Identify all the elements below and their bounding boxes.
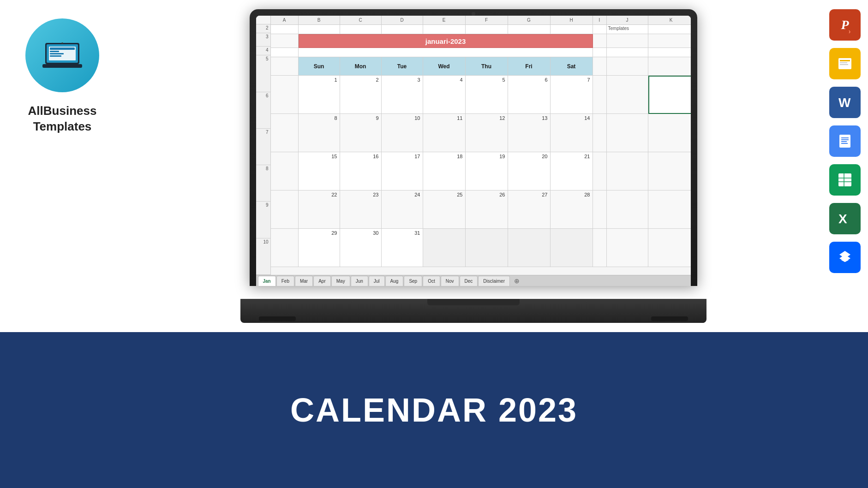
cell-i3[interactable] — [593, 34, 607, 48]
powerpoint-icon[interactable]: P › — [829, 9, 861, 41]
sheet-tab-jun[interactable]: Jun — [351, 276, 368, 286]
cell-k10[interactable] — [648, 229, 691, 267]
cell-k4[interactable] — [648, 48, 691, 57]
cell-e2[interactable] — [423, 25, 466, 34]
cell-j8[interactable] — [607, 152, 648, 190]
sheet-tab-dec[interactable]: Dec — [460, 276, 478, 286]
cell-a9[interactable] — [271, 190, 299, 229]
cell-w3-sat[interactable]: 21 — [551, 152, 593, 190]
cell-a4[interactable] — [271, 48, 299, 57]
cell-w4-mon[interactable]: 23 — [340, 190, 382, 229]
sheet-tab-sep[interactable]: Sep — [404, 276, 422, 286]
cell-w2-mon[interactable]: 9 — [340, 114, 382, 152]
add-sheet-button[interactable]: ⊕ — [512, 276, 521, 286]
cell-w5-sun[interactable]: 29 — [299, 229, 340, 267]
cell-sun-header[interactable]: Sun — [299, 57, 340, 76]
cell-w2-sun[interactable]: 8 — [299, 114, 340, 152]
cell-w3-wed[interactable]: 18 — [423, 152, 466, 190]
sheet-tab-may[interactable]: May — [331, 276, 350, 286]
cell-w2-thu[interactable]: 12 — [466, 114, 508, 152]
cell-j7[interactable] — [607, 114, 648, 152]
cell-bh4[interactable] — [299, 48, 593, 57]
cell-a6[interactable] — [271, 76, 299, 114]
cell-w1-tue[interactable]: 3 — [382, 76, 423, 114]
cell-k3[interactable] — [648, 34, 691, 48]
cell-fri-header[interactable]: Fri — [508, 57, 551, 76]
cell-k2[interactable] — [648, 25, 691, 34]
cell-j2[interactable]: Templates — [607, 25, 648, 34]
cell-i5[interactable] — [593, 57, 607, 76]
cell-j4[interactable] — [607, 48, 648, 57]
cell-k7[interactable] — [648, 114, 691, 152]
cell-w2-wed[interactable]: 11 — [423, 114, 466, 152]
dropbox-icon[interactable] — [829, 242, 861, 273]
cell-j3[interactable] — [607, 34, 648, 48]
cell-thu-header[interactable]: Thu — [466, 57, 508, 76]
sheet-tab-apr[interactable]: Apr — [313, 276, 331, 286]
cell-w1-mon[interactable]: 2 — [340, 76, 382, 114]
cell-j5[interactable] — [607, 57, 648, 76]
sheet-tab-disclaimer[interactable]: Disclaimer — [478, 276, 510, 286]
cell-k5[interactable] — [648, 57, 691, 76]
cell-b2[interactable] — [299, 25, 340, 34]
cell-a2[interactable] — [271, 25, 299, 34]
cell-w1-sun[interactable]: 1 — [299, 76, 340, 114]
cell-w3-sun[interactable]: 15 — [299, 152, 340, 190]
cell-w5-tue[interactable]: 31 — [382, 229, 423, 267]
cell-w5-wed-empty[interactable] — [423, 229, 466, 267]
cell-w5-mon[interactable]: 30 — [340, 229, 382, 267]
cell-g2[interactable] — [508, 25, 551, 34]
cell-w3-tue[interactable]: 17 — [382, 152, 423, 190]
cell-k6[interactable] — [648, 76, 691, 114]
cell-i4[interactable] — [593, 48, 607, 57]
excel-icon[interactable]: X — [829, 203, 861, 234]
cell-k8[interactable] — [648, 152, 691, 190]
cell-w5-fri-empty[interactable] — [508, 229, 551, 267]
cell-w1-wed[interactable]: 4 — [423, 76, 466, 114]
sheet-tab-mar[interactable]: Mar — [295, 276, 313, 286]
cell-i2[interactable] — [593, 25, 607, 34]
slides-icon[interactable] — [829, 48, 861, 79]
cell-h2[interactable] — [551, 25, 593, 34]
docs-icon[interactable] — [829, 125, 861, 157]
cell-w3-mon[interactable]: 16 — [340, 152, 382, 190]
cell-j10[interactable] — [607, 229, 648, 267]
cell-d2[interactable] — [382, 25, 423, 34]
sheet-tab-aug[interactable]: Aug — [385, 276, 404, 286]
cell-a10[interactable] — [271, 229, 299, 267]
cell-a7[interactable] — [271, 114, 299, 152]
cell-i9[interactable] — [593, 190, 607, 229]
cell-j6[interactable] — [607, 76, 648, 114]
cell-w5-thu-empty[interactable] — [466, 229, 508, 267]
word-icon[interactable]: W — [829, 87, 861, 118]
sheet-tab-feb[interactable]: Feb — [276, 276, 294, 286]
cell-sat-header[interactable]: Sat — [551, 57, 593, 76]
cell-w1-sat[interactable]: 7 — [551, 76, 593, 114]
sheet-tab-oct[interactable]: Oct — [423, 276, 440, 286]
cell-mon-header[interactable]: Mon — [340, 57, 382, 76]
sheet-tab-jul[interactable]: Jul — [369, 276, 385, 286]
cell-i6[interactable] — [593, 76, 607, 114]
cell-a8[interactable] — [271, 152, 299, 190]
cell-k9[interactable] — [648, 190, 691, 229]
cell-i7[interactable] — [593, 114, 607, 152]
sheet-tab-nov[interactable]: Nov — [441, 276, 459, 286]
cell-a5[interactable] — [271, 57, 299, 76]
sheet-tab-jan[interactable]: Jan — [258, 276, 276, 286]
cell-tue-header[interactable]: Tue — [382, 57, 423, 76]
cell-w2-tue[interactable]: 10 — [382, 114, 423, 152]
cell-w4-thu[interactable]: 26 — [466, 190, 508, 229]
cell-w4-wed[interactable]: 25 — [423, 190, 466, 229]
cell-w3-thu[interactable]: 19 — [466, 152, 508, 190]
cell-i8[interactable] — [593, 152, 607, 190]
cell-w4-sun[interactable]: 22 — [299, 190, 340, 229]
cell-w1-thu[interactable]: 5 — [466, 76, 508, 114]
cell-j9[interactable] — [607, 190, 648, 229]
cell-wed-header[interactable]: Wed — [423, 57, 466, 76]
cell-w4-tue[interactable]: 24 — [382, 190, 423, 229]
cell-w2-sat[interactable]: 14 — [551, 114, 593, 152]
cell-w3-fri[interactable]: 20 — [508, 152, 551, 190]
cell-a3[interactable] — [271, 34, 299, 48]
cell-w4-fri[interactable]: 27 — [508, 190, 551, 229]
cell-i10[interactable] — [593, 229, 607, 267]
